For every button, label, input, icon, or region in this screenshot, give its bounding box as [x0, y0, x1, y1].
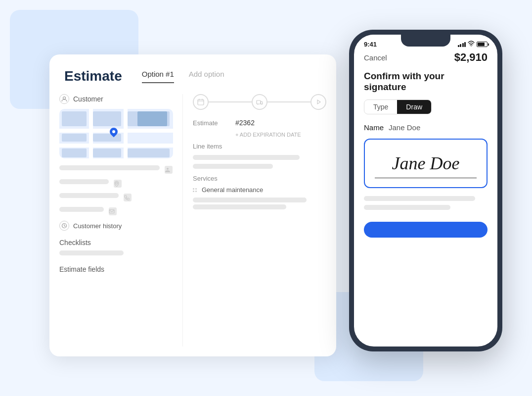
status-time: 9:41 [364, 41, 377, 48]
phone-inner: 9:41 Cancel [354, 35, 497, 346]
drag-dot-1 [193, 188, 194, 190]
phone-top-row: Cancel $2,910 [364, 51, 488, 64]
left-panel: Customer [49, 94, 183, 346]
name-label: Name [364, 123, 384, 132]
checklists-section: Checklists [59, 239, 173, 255]
pin-dot [112, 130, 115, 133]
estimate-number-row: Estimate #2362 [193, 119, 326, 127]
phone-icon [124, 194, 132, 201]
card-tabs: Option #1 Add option [142, 70, 224, 83]
line-items-label: Line items [193, 143, 326, 150]
svg-point-2 [116, 182, 118, 184]
phone-content: Cancel $2,910 Confirm with your signatur… [354, 51, 497, 346]
phone-mockup: 9:41 Cancel [349, 30, 502, 351]
location-icon [114, 180, 122, 188]
svg-point-8 [262, 104, 263, 105]
map-area [59, 109, 173, 158]
map-pin [109, 128, 119, 138]
customer-history-section: Customer history [59, 221, 173, 231]
estimate-number-value: #2362 [235, 119, 255, 127]
skel-checklist [59, 250, 124, 255]
estimate-key-label: Estimate [193, 119, 227, 127]
svg-point-1 [167, 168, 169, 170]
services-label: Services [193, 175, 326, 182]
customer-label: Customer [73, 95, 103, 103]
signature-text: Jane Doe [392, 153, 460, 174]
status-icons [458, 41, 488, 48]
name-value: Jane Doe [389, 123, 420, 132]
customer-history-label: Customer history [73, 222, 122, 230]
map-block7 [93, 148, 121, 157]
email-icon [109, 207, 117, 215]
sig-tab-draw[interactable]: Draw [397, 100, 431, 114]
skel-row-3 [59, 193, 173, 202]
signature-underline [375, 178, 477, 178]
person-icon [165, 166, 173, 174]
map-road-h2 [59, 144, 173, 148]
sig-tab-type[interactable]: Type [364, 100, 397, 114]
signal-icon [458, 42, 466, 47]
step-line-2 [267, 101, 310, 102]
map-block8 [128, 148, 170, 157]
add-expiry-label[interactable]: + ADD EXPIRATION DATE [235, 132, 301, 138]
expiry-row: + ADD EXPIRATION DATE [193, 132, 326, 138]
signature-tabs: Type Draw [364, 99, 432, 114]
map-block2 [93, 111, 121, 126]
step-calendar [193, 94, 209, 110]
skel-row-4 [59, 207, 173, 216]
skel-email [59, 207, 104, 212]
phone-notch [401, 35, 450, 47]
service-name: General maintenance [202, 186, 263, 194]
map-block4 [62, 134, 87, 142]
step-play [310, 94, 326, 110]
drag-dot-3 [193, 191, 194, 192]
skel-name [59, 165, 160, 170]
signal-bar-1 [458, 45, 459, 47]
estimate-fields-label: Estimate fields [59, 265, 173, 273]
workflow-steps [193, 94, 326, 110]
skel-line2 [193, 164, 273, 169]
tab-option1[interactable]: Option #1 [142, 70, 174, 83]
amount-display: $2,910 [454, 51, 488, 64]
truck-icon [256, 99, 263, 105]
skel-service2 [193, 204, 286, 209]
checklists-label: Checklists [59, 239, 173, 247]
drag-dot-2 [195, 188, 197, 190]
battery-icon [477, 42, 488, 47]
map-block6 [62, 148, 87, 157]
map-block1 [62, 111, 87, 126]
drag-dot-row-1 [193, 188, 197, 190]
skel-service1 [193, 198, 307, 202]
battery-tip [488, 43, 489, 46]
signal-bar-2 [460, 44, 461, 47]
calendar-icon [197, 99, 204, 105]
confirm-button[interactable] [364, 222, 488, 238]
svg-point-10 [471, 46, 472, 47]
drag-handle [193, 188, 197, 192]
skel-row-1 [59, 165, 173, 174]
step-line-1 [209, 101, 252, 102]
map-block-blue [137, 111, 167, 126]
service-row-1: General maintenance [193, 186, 326, 194]
skel-phone [59, 193, 119, 198]
skel-line1 [193, 155, 300, 160]
customer-section-label: Customer [59, 94, 173, 104]
card-header: Estimate Option #1 Add option [49, 54, 336, 84]
svg-marker-9 [317, 100, 320, 104]
svg-rect-6 [257, 100, 261, 104]
wifi-icon [468, 41, 475, 48]
step-truck [252, 94, 267, 110]
battery-fill [478, 43, 485, 46]
cancel-button[interactable]: Cancel [364, 53, 387, 62]
svg-point-7 [258, 104, 259, 105]
confirm-title: Confirm with your signature [364, 71, 488, 93]
play-icon [315, 99, 322, 105]
phone-skel-2 [364, 205, 450, 210]
card-body: Customer [49, 84, 336, 346]
map-road-v1 [89, 109, 93, 158]
customer-icon [59, 94, 69, 104]
phone-skel-1 [364, 196, 475, 201]
signature-box[interactable]: Jane Doe [364, 139, 488, 188]
tab-add-option[interactable]: Add option [189, 70, 224, 83]
drag-dot-4 [195, 191, 197, 192]
